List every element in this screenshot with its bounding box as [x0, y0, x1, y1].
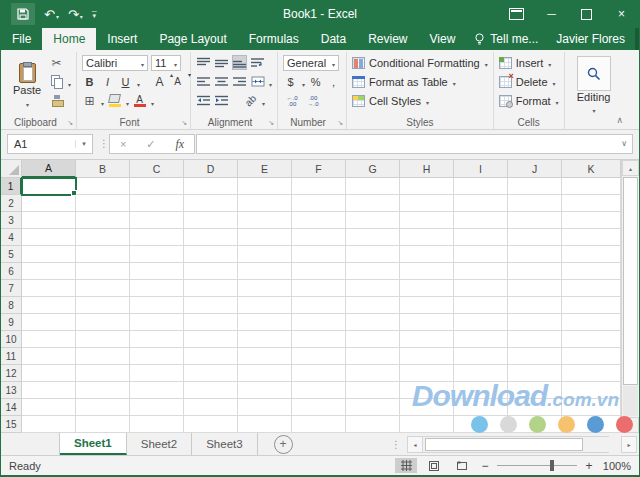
- cell-K6[interactable]: [562, 263, 621, 280]
- merge-center-dropdown-icon[interactable]: [268, 73, 272, 91]
- merge-center-button[interactable]: [250, 74, 265, 89]
- row-header-14[interactable]: 14: [1, 399, 22, 416]
- cell-A13[interactable]: [22, 382, 76, 399]
- cell-A15[interactable]: [22, 416, 76, 433]
- cell-J7[interactable]: [508, 280, 562, 297]
- column-header-D[interactable]: D: [184, 160, 238, 178]
- cell-E7[interactable]: [238, 280, 292, 297]
- cell-C13[interactable]: [130, 382, 184, 399]
- undo-button[interactable]: ↶: [44, 5, 59, 23]
- ribbon-tab-file[interactable]: File: [1, 28, 42, 50]
- sheet-tab-sheet2[interactable]: Sheet2: [127, 433, 192, 455]
- decrease-decimal-button[interactable]: .00→.0: [304, 95, 322, 107]
- cell-J3[interactable]: [508, 212, 562, 229]
- row-header-4[interactable]: 4: [1, 229, 22, 246]
- cell-C5[interactable]: [130, 246, 184, 263]
- cell-F2[interactable]: [292, 195, 346, 212]
- cell-E10[interactable]: [238, 331, 292, 348]
- ribbon-tab-review[interactable]: Review: [357, 28, 418, 50]
- cell-B2[interactable]: [76, 195, 130, 212]
- cell-F7[interactable]: [292, 280, 346, 297]
- orientation-dropdown-icon[interactable]: [261, 92, 265, 110]
- cell-J4[interactable]: [508, 229, 562, 246]
- zoom-slider-thumb[interactable]: [550, 460, 554, 471]
- font-color-dropdown-icon[interactable]: [150, 92, 154, 110]
- font-family-dropdown-icon[interactable]: [140, 57, 144, 69]
- scroll-right-icon[interactable]: ▸: [621, 436, 637, 453]
- cell-A1[interactable]: [22, 178, 76, 195]
- row-header-11[interactable]: 11: [1, 348, 22, 365]
- cell-H11[interactable]: [400, 348, 454, 365]
- redo-dropdown-icon[interactable]: [80, 5, 83, 23]
- horizontal-scrollbar-track[interactable]: [423, 436, 609, 453]
- cell-G8[interactable]: [346, 297, 400, 314]
- cell-I14[interactable]: [454, 399, 508, 416]
- name-box[interactable]: A1 ▾: [7, 134, 93, 154]
- cell-G3[interactable]: [346, 212, 400, 229]
- cell-F12[interactable]: [292, 365, 346, 382]
- insert-button[interactable]: Insert: [499, 54, 559, 71]
- collapse-ribbon-icon[interactable]: ∧: [616, 115, 623, 125]
- row-header-2[interactable]: 2: [1, 195, 22, 212]
- cell-C12[interactable]: [130, 365, 184, 382]
- cell-A2[interactable]: [22, 195, 76, 212]
- column-header-A[interactable]: A: [22, 160, 76, 178]
- cell-G14[interactable]: [346, 399, 400, 416]
- cell-G12[interactable]: [346, 365, 400, 382]
- cell-C6[interactable]: [130, 263, 184, 280]
- underline-dropdown-icon[interactable]: [136, 73, 140, 91]
- cell-H12[interactable]: [400, 365, 454, 382]
- cell-A9[interactable]: [22, 314, 76, 331]
- page-layout-view-icon[interactable]: [423, 458, 445, 473]
- cell-J9[interactable]: [508, 314, 562, 331]
- cell-E8[interactable]: [238, 297, 292, 314]
- tell-me-box[interactable]: Tell me...: [466, 28, 546, 50]
- formula-bar-splitter-icon[interactable]: ⋮: [99, 138, 109, 149]
- cell-E11[interactable]: [238, 348, 292, 365]
- cell-B10[interactable]: [76, 331, 130, 348]
- cell-B3[interactable]: [76, 212, 130, 229]
- bold-button[interactable]: B: [82, 74, 97, 89]
- user-account[interactable]: Javier Flores: [546, 28, 635, 50]
- cell-H2[interactable]: [400, 195, 454, 212]
- cell-H3[interactable]: [400, 212, 454, 229]
- column-header-H[interactable]: H: [400, 160, 454, 178]
- wrap-text-button[interactable]: [250, 55, 265, 70]
- horizontal-scrollbar-thumb[interactable]: [425, 438, 583, 451]
- cell-B7[interactable]: [76, 280, 130, 297]
- scroll-left-icon[interactable]: ◂: [407, 436, 423, 453]
- bottom-align-button[interactable]: [232, 55, 247, 70]
- scroll-up-icon[interactable]: ▴: [622, 160, 639, 176]
- cell-D4[interactable]: [184, 229, 238, 246]
- select-all-corner[interactable]: [1, 160, 22, 178]
- cell-G7[interactable]: [346, 280, 400, 297]
- cell-D2[interactable]: [184, 195, 238, 212]
- cell-J5[interactable]: [508, 246, 562, 263]
- font-size-combo[interactable]: 11: [151, 55, 181, 71]
- cell-I5[interactable]: [454, 246, 508, 263]
- cell-F3[interactable]: [292, 212, 346, 229]
- cell-J8[interactable]: [508, 297, 562, 314]
- row-header-9[interactable]: 9: [1, 314, 22, 331]
- cell-styles-button[interactable]: Cell Styles: [352, 92, 488, 109]
- accounting-format-button[interactable]: $: [283, 74, 298, 89]
- cell-K1[interactable]: [562, 178, 621, 195]
- cell-D6[interactable]: [184, 263, 238, 280]
- middle-align-button[interactable]: [214, 55, 229, 70]
- copy-button[interactable]: [49, 74, 64, 89]
- row-header-10[interactable]: 10: [1, 331, 22, 348]
- vertical-scrollbar-track[interactable]: [623, 386, 638, 416]
- cell-I8[interactable]: [454, 297, 508, 314]
- font-size-dropdown-icon[interactable]: [173, 57, 177, 69]
- cell-E12[interactable]: [238, 365, 292, 382]
- new-sheet-button[interactable]: +: [274, 435, 293, 454]
- share-button[interactable]: Share: [635, 28, 640, 50]
- cell-I2[interactable]: [454, 195, 508, 212]
- page-break-preview-icon[interactable]: [451, 458, 473, 473]
- number-dialog-launcher-icon[interactable]: ↘: [337, 119, 343, 126]
- cell-H13[interactable]: [400, 382, 454, 399]
- cell-E15[interactable]: [238, 416, 292, 433]
- cell-K3[interactable]: [562, 212, 621, 229]
- cell-G1[interactable]: [346, 178, 400, 195]
- formula-input[interactable]: [196, 134, 633, 154]
